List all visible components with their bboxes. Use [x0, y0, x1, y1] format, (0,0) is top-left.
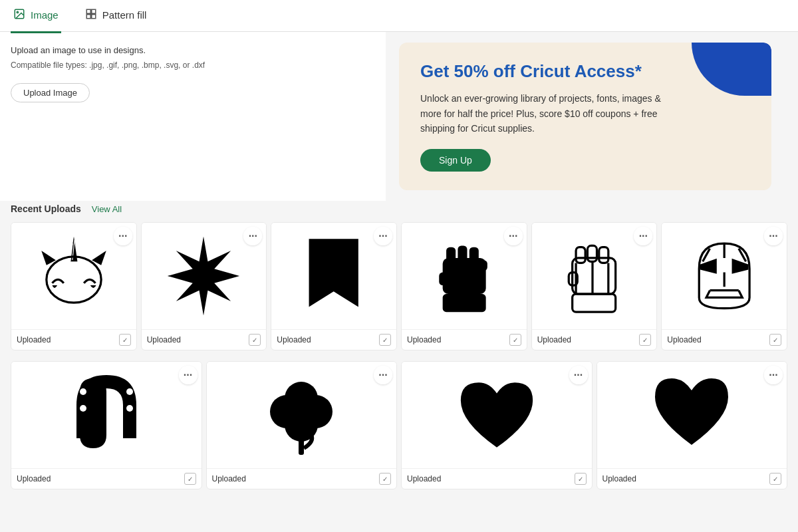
- upload-card-clover[interactable]: ··· Uploaded ✓: [206, 361, 398, 489]
- card-image-ironman: ···: [662, 223, 787, 329]
- more-button-fist2[interactable]: ···: [634, 227, 652, 245]
- more-button-ironman[interactable]: ···: [764, 227, 783, 245]
- tab-image[interactable]: Image: [11, 0, 61, 33]
- more-button-horseshoe[interactable]: ···: [179, 366, 198, 384]
- upload-card-unicorn[interactable]: ···: [11, 222, 137, 350]
- card-image-banner: ···: [271, 223, 396, 329]
- card-footer-horseshoe: Uploaded ✓: [11, 468, 201, 489]
- card-label-ironman: Uploaded: [667, 335, 701, 344]
- svg-point-41: [299, 395, 332, 428]
- left-panel: Upload an image to use in designs. Compa…: [0, 32, 386, 201]
- card-check-banner[interactable]: ✓: [379, 334, 391, 346]
- svg-rect-5: [91, 14, 95, 18]
- tab-pattern[interactable]: Pattern fill: [82, 0, 150, 33]
- card-check-heart2[interactable]: ✓: [769, 473, 781, 485]
- tabs-bar: Image Pattern fill: [0, 0, 798, 32]
- svg-point-1: [17, 11, 18, 13]
- view-all-link[interactable]: View All: [92, 204, 122, 214]
- card-label-horseshoe: Uploaded: [17, 474, 51, 483]
- row1-grid-section: ···: [0, 222, 798, 361]
- card-image-fist2: ···: [532, 223, 657, 329]
- card-image-starburst: ···: [142, 223, 267, 329]
- card-footer-fist2: Uploaded ✓: [532, 329, 657, 350]
- card-label-unicorn: Uploaded: [17, 335, 51, 344]
- svg-point-36: [126, 388, 133, 395]
- svg-rect-15: [446, 247, 456, 263]
- card-footer-fist1: Uploaded ✓: [402, 329, 527, 350]
- more-button-starburst[interactable]: ···: [243, 227, 262, 245]
- upload-card-banner[interactable]: ··· Uploaded ✓: [271, 222, 397, 350]
- svg-rect-24: [599, 247, 608, 263]
- more-button-heart1[interactable]: ···: [569, 366, 588, 384]
- card-image-clover: ···: [207, 362, 397, 468]
- card-check-ironman[interactable]: ✓: [769, 334, 781, 346]
- more-button-fist1[interactable]: ···: [504, 227, 523, 245]
- card-image-fist1: ···: [402, 223, 527, 329]
- card-footer-banner: Uploaded ✓: [271, 329, 396, 350]
- recent-uploads-title: Recent Uploads: [11, 203, 81, 214]
- promo-title: Get 50% off Cricut Access*: [420, 61, 750, 82]
- card-footer-unicorn: Uploaded ✓: [11, 329, 136, 350]
- card-label-fist2: Uploaded: [537, 335, 571, 344]
- recent-header: Recent Uploads View All: [11, 201, 787, 214]
- more-button-unicorn[interactable]: ···: [114, 227, 132, 245]
- more-button-clover[interactable]: ···: [374, 366, 392, 384]
- upload-card-heart2[interactable]: ··· Uploaded ✓: [597, 361, 788, 489]
- card-footer-ironman: Uploaded ✓: [662, 329, 787, 350]
- signup-button[interactable]: Sign Up: [420, 149, 491, 172]
- card-label-heart1: Uploaded: [407, 474, 441, 483]
- more-button-heart2[interactable]: ···: [764, 366, 783, 384]
- card-check-unicorn[interactable]: ✓: [119, 334, 131, 346]
- svg-marker-13: [309, 239, 358, 307]
- promo-card: Get 50% off Cricut Access* Unlock an eve…: [399, 43, 771, 190]
- card-check-horseshoe[interactable]: ✓: [184, 473, 196, 485]
- svg-rect-22: [576, 247, 585, 263]
- card-label-heart2: Uploaded: [602, 474, 636, 483]
- upload-card-heart1[interactable]: ··· Uploaded ✓: [401, 361, 593, 489]
- tab-image-label: Image: [31, 9, 59, 21]
- svg-rect-26: [573, 294, 616, 312]
- card-footer-heart1: Uploaded ✓: [402, 468, 592, 489]
- upload-description: Upload an image to use in designs.: [11, 45, 375, 55]
- svg-marker-12: [168, 237, 239, 316]
- recent-section: Recent Uploads View All: [0, 201, 798, 214]
- card-label-clover: Uploaded: [212, 474, 246, 483]
- card-image-unicorn: ···: [11, 223, 136, 329]
- row2-grid-section: ··· Uploaded ✓: [0, 361, 798, 500]
- row2-grid: ··· Uploaded ✓: [11, 361, 787, 500]
- svg-rect-2: [86, 9, 90, 13]
- card-label-banner: Uploaded: [277, 335, 311, 344]
- image-tab-icon: [13, 8, 25, 22]
- upload-image-button[interactable]: Upload Image: [11, 83, 90, 102]
- upload-card-fist1[interactable]: ··· Uploaded ✓: [401, 222, 527, 350]
- svg-rect-3: [91, 9, 95, 13]
- card-check-fist2[interactable]: ✓: [639, 334, 651, 346]
- card-footer-heart2: Uploaded ✓: [597, 468, 787, 489]
- card-label-starburst: Uploaded: [147, 335, 181, 344]
- svg-rect-4: [86, 14, 90, 18]
- upload-card-ironman[interactable]: ··· Up: [661, 222, 787, 350]
- card-check-heart1[interactable]: ✓: [575, 473, 587, 485]
- card-check-clover[interactable]: ✓: [379, 473, 391, 485]
- tab-pattern-label: Pattern fill: [102, 9, 147, 21]
- more-button-banner[interactable]: ···: [374, 227, 392, 245]
- card-image-heart1: ···: [402, 362, 592, 468]
- card-check-fist1[interactable]: ✓: [509, 334, 521, 346]
- row1-grid: ···: [11, 222, 787, 350]
- file-types-label: Compatible file types: .jpg, .gif, .png,…: [11, 61, 375, 70]
- upload-card-starburst[interactable]: ··· Uploaded ✓: [141, 222, 267, 350]
- pattern-tab-icon: [85, 8, 97, 22]
- card-footer-clover: Uploaded ✓: [207, 468, 397, 489]
- svg-point-40: [270, 395, 303, 428]
- svg-point-37: [126, 405, 133, 412]
- upload-card-fist2[interactable]: ··· Uploaded ✓: [531, 222, 658, 350]
- promo-body: Unlock an ever-growing library of projec…: [420, 91, 673, 136]
- card-image-heart2: ···: [597, 362, 787, 468]
- svg-rect-23: [588, 246, 597, 262]
- card-check-starburst[interactable]: ✓: [249, 334, 261, 346]
- svg-rect-19: [442, 294, 485, 312]
- upload-card-horseshoe[interactable]: ··· Uploaded ✓: [11, 361, 202, 489]
- right-panel: Get 50% off Cricut Access* Unlock an eve…: [386, 32, 798, 201]
- card-footer-starburst: Uploaded ✓: [142, 329, 267, 350]
- svg-point-34: [80, 388, 86, 395]
